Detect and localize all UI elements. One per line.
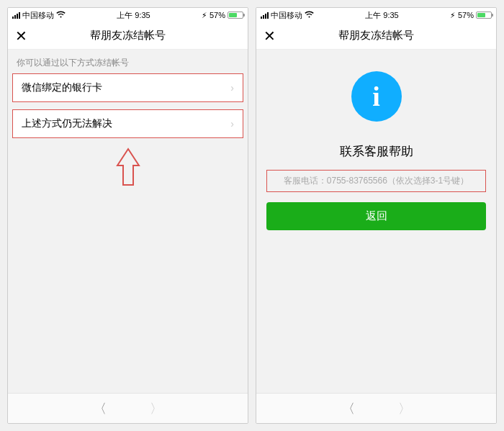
option-bank-card[interactable]: 微信绑定的银行卡 › [12,73,243,102]
nav-bar: ✕ 帮朋友冻结帐号 [256,22,496,50]
nav-bar: ✕ 帮朋友冻结帐号 [8,22,248,50]
battery-icon [476,12,492,19]
chevron-right-icon: › [230,118,234,130]
page-title: 帮朋友冻结帐号 [37,29,219,42]
arrow-up-icon [114,145,143,189]
battery-icon [228,12,243,19]
phone-screen-1: 中国移动 上午 9:35 ⚡︎ 57% ✕ 帮朋友冻结帐号 你可以通过以下方式冻… [7,7,248,424]
carrier-label: 中国移动 [22,10,54,21]
content-area: 你可以通过以下方式冻结帐号 微信绑定的银行卡 › 上述方式仍无法解决 › [8,50,248,393]
nav-back-icon[interactable]: 〈 [342,400,355,417]
carrier-label: 中国移动 [271,10,302,21]
signal-icon [261,12,269,19]
bottom-nav: 〈 〉 [8,393,248,423]
nav-forward-icon: 〉 [398,400,411,417]
charging-icon: ⚡︎ [202,11,207,20]
back-button[interactable]: 返回 [266,202,486,230]
signal-icon [12,12,20,19]
option-label: 上述方式仍无法解决 [22,117,112,130]
content-area: i 联系客服帮助 客服电话：0755-83765566（依次选择3-1号键） 返… [256,50,496,393]
status-time: 上午 9:35 [365,10,398,21]
headline: 联系客服帮助 [256,143,496,160]
close-icon[interactable]: ✕ [264,27,285,45]
info-icon: i [351,71,402,122]
service-phone-box[interactable]: 客服电话：0755-83765566（依次选择3-1号键） [266,170,486,192]
close-icon[interactable]: ✕ [15,27,37,45]
status-bar: 中国移动 上午 9:35 ⚡︎ 57% [256,8,496,22]
battery-percent: 57% [458,11,474,19]
charging-icon: ⚡︎ [450,11,456,20]
option-cannot-resolve[interactable]: 上述方式仍无法解决 › [12,109,243,138]
chevron-right-icon: › [230,82,234,94]
bottom-nav: 〈 〉 [256,393,496,423]
nav-forward-icon: 〉 [150,400,163,417]
option-label: 微信绑定的银行卡 [22,81,102,94]
page-title: 帮朋友冻结帐号 [285,29,467,42]
wifi-icon [305,10,314,20]
status-bar: 中国移动 上午 9:35 ⚡︎ 57% [8,8,248,22]
battery-percent: 57% [210,11,225,19]
phone-screen-2: 中国移动 上午 9:35 ⚡︎ 57% ✕ 帮朋友冻结帐号 i 联系客服帮助 客… [256,7,497,424]
status-time: 上午 9:35 [117,10,150,21]
annotation-arrow [8,145,248,191]
wifi-icon [56,10,66,20]
hint-text: 你可以通过以下方式冻结帐号 [8,50,248,73]
nav-back-icon[interactable]: 〈 [94,400,107,417]
